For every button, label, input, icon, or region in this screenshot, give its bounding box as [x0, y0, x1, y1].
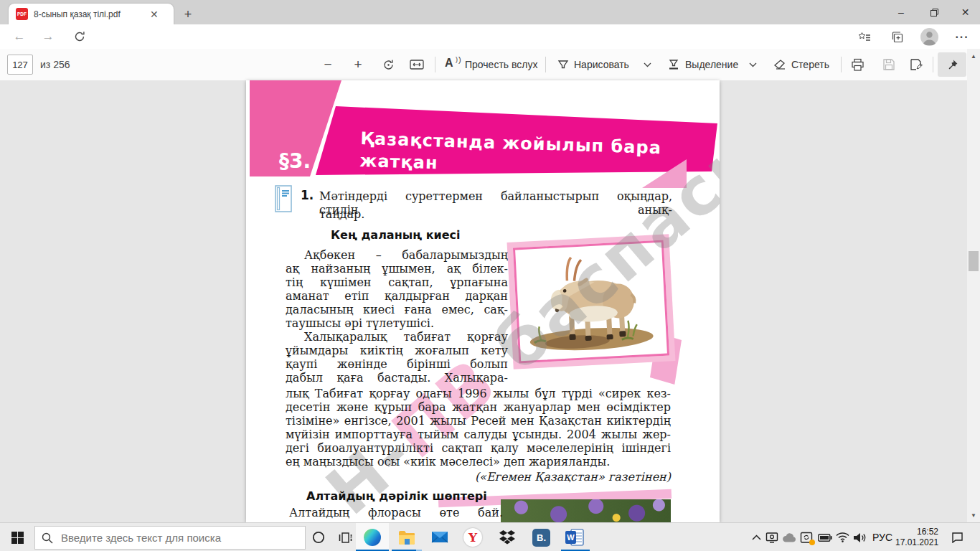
- svg-text:W: W: [567, 533, 575, 542]
- print-icon[interactable]: [847, 55, 868, 75]
- page-number-input[interactable]: [7, 55, 33, 75]
- pdf-page: §3. Қазақстанда жойылып бара жатқан жану…: [246, 80, 720, 522]
- text-line: даласының киесі ғана емес, сақ-: [286, 303, 508, 316]
- toolbar-divider: [933, 57, 933, 72]
- draw-button[interactable]: Нарисовать: [574, 59, 629, 70]
- taskbar-explorer-button[interactable]: [390, 523, 423, 551]
- cortana-icon[interactable]: [304, 523, 333, 551]
- taskbar-b-app-button[interactable]: B.: [525, 523, 558, 551]
- draw-chevron-down-icon[interactable]: [641, 58, 654, 71]
- taskbar-search-box[interactable]: [34, 526, 306, 550]
- forward-icon[interactable]: →: [37, 27, 59, 47]
- tab-close-icon[interactable]: ✕: [150, 9, 159, 20]
- taskbar-yandex-button[interactable]: Y: [456, 523, 489, 551]
- story1-column-text: Ақбөкен – бабаларымыздың ақ найзаның ұшы…: [286, 248, 508, 385]
- sync-status-badge: [809, 540, 815, 545]
- tab-pdf[interactable]: PDF 8-сынып қазақ тілі.pdf ✕: [9, 4, 174, 24]
- collections-icon[interactable]: [887, 27, 908, 47]
- story1-attribution: («Егемен Қазақстан» газетінен): [454, 470, 671, 484]
- tray-display-icon[interactable]: [763, 523, 781, 551]
- word-icon: W: [565, 529, 584, 546]
- taskbar-search-input[interactable]: [60, 531, 305, 545]
- page-count-label: из 256: [40, 59, 70, 70]
- draw-pen-icon[interactable]: [554, 55, 573, 74]
- favorites-bar-icon[interactable]: [854, 27, 875, 47]
- tray-wifi-icon[interactable]: [833, 523, 852, 551]
- highlight-pen-icon[interactable]: [664, 55, 683, 74]
- search-icon: [35, 532, 60, 544]
- story2-text-line: Алтайдың флорасы өте бай.: [289, 506, 503, 519]
- mail-icon: [431, 530, 448, 544]
- story1-title: Кең даланың киесі: [331, 228, 461, 242]
- scroll-up-icon[interactable]: ▲: [967, 50, 980, 62]
- vertical-scrollbar[interactable]: ▲ ▼: [967, 49, 980, 522]
- text-line: дегі биоалуантүрлілікті сақтап қалу мәсе…: [286, 441, 671, 455]
- tab-title: 8-сынып қазақ тілі.pdf: [34, 9, 147, 19]
- highlight-button[interactable]: Выделение: [685, 59, 738, 70]
- browser-tab-bar: PDF 8-сынып қазақ тілі.pdf ✕ + – ✕: [0, 0, 980, 24]
- read-aloud-icon[interactable]: А ) ): [445, 57, 462, 72]
- story1-wide-text: лық Табиғат қорғау одағы 1996 жылы бұл т…: [286, 387, 671, 468]
- text-line: Халықаралық табиғат қорғау: [286, 330, 508, 344]
- taskbar-mail-button[interactable]: [423, 523, 456, 551]
- story2-title: Алтайдың дәрілік шөптері: [306, 489, 487, 503]
- flowers-picture: [501, 499, 671, 522]
- exercise-book-icon: [275, 185, 293, 213]
- text-line: аманат етіп қалдырған дарқан: [286, 289, 508, 303]
- tray-onedrive-icon[interactable]: [780, 523, 798, 551]
- section-number: §3.: [268, 149, 322, 173]
- text-line: Ақбөкен – бабаларымыздың: [286, 248, 508, 262]
- task-view-icon[interactable]: [331, 523, 359, 551]
- text-line: ақ найзаның ұшымен, ақ білек-: [286, 262, 508, 276]
- tray-language-indicator[interactable]: РУС: [869, 523, 896, 551]
- back-icon[interactable]: ←: [9, 27, 30, 47]
- start-button[interactable]: [0, 523, 34, 551]
- new-tab-button[interactable]: +: [178, 4, 198, 24]
- text-line: ұйымдары киіктің жоғалып кету: [286, 344, 508, 357]
- address-bar-row: ← → i Файл | C:/Users/admin/Documents/Но…: [0, 24, 980, 50]
- action-center-icon[interactable]: [946, 523, 968, 551]
- zoom-in-icon[interactable]: +: [347, 54, 369, 75]
- erase-icon[interactable]: [771, 55, 789, 74]
- fit-to-width-icon[interactable]: [406, 54, 428, 75]
- dropbox-icon: [499, 529, 516, 545]
- b-app-icon: B.: [532, 529, 550, 547]
- zoom-out-icon[interactable]: −: [317, 54, 339, 75]
- browser-menu-icon[interactable]: ···: [951, 27, 973, 47]
- scrollbar-thumb[interactable]: [969, 251, 979, 271]
- yandex-browser-icon: Y: [463, 528, 482, 547]
- erase-button[interactable]: Стереть: [791, 59, 829, 70]
- exercise-text-line: Мәтіндерді суреттермен байланыстырып оқы…: [319, 189, 672, 203]
- taskbar-word-button[interactable]: W: [558, 523, 591, 551]
- reload-icon[interactable]: [69, 27, 90, 47]
- tray-sync-icon[interactable]: [797, 523, 816, 551]
- scroll-down-icon[interactable]: ▼: [967, 509, 980, 521]
- text-line: лық Табиғат қорғау одағы 1996 жылы бұл т…: [286, 387, 671, 400]
- window-restore-button[interactable]: [918, 0, 951, 24]
- tray-clock[interactable]: 16:52 17.01.2021: [895, 527, 938, 548]
- pin-toolbar-button[interactable]: [938, 52, 966, 77]
- read-aloud-button[interactable]: Прочесть вслух: [465, 59, 537, 70]
- window-minimize-button[interactable]: –: [885, 0, 918, 24]
- taskbar-dropbox-button[interactable]: [491, 523, 524, 551]
- text-line: мүйізін импорттауға тыйым салуды ұсынды.…: [286, 428, 671, 441]
- edge-icon: [364, 529, 381, 546]
- screen: PDF 8-сынып қазақ тілі.pdf ✕ + – ✕ ← → i…: [0, 0, 980, 551]
- window-close-button[interactable]: ✕: [951, 0, 980, 24]
- tray-battery-icon[interactable]: [816, 523, 834, 551]
- rotate-icon[interactable]: [377, 54, 399, 75]
- toolbar-divider: [841, 57, 842, 72]
- pdf-viewport[interactable]: §3. Қазақстанда жойылып бара жатқан жану…: [0, 80, 980, 522]
- clock-date: 17.01.2021: [895, 537, 938, 548]
- highlight-chevron-down-icon[interactable]: [746, 58, 759, 71]
- tray-volume-icon[interactable]: [850, 523, 869, 551]
- text-line: таушысы әрі түлетушісі.: [286, 316, 508, 330]
- text-line: қаупі жөнінде бірінші болып: [286, 357, 508, 371]
- text-line: тізіміне» енгізсе, 2001 жылы Ресей мен Қ…: [286, 414, 671, 428]
- profile-avatar[interactable]: [920, 28, 938, 46]
- pdf-file-icon: PDF: [16, 8, 28, 20]
- text-line: десетін және құрып бара жатқан жануарлар…: [286, 400, 671, 414]
- save-as-icon[interactable]: [905, 55, 927, 75]
- taskbar-edge-button[interactable]: [356, 523, 389, 551]
- file-explorer-icon: [398, 530, 415, 545]
